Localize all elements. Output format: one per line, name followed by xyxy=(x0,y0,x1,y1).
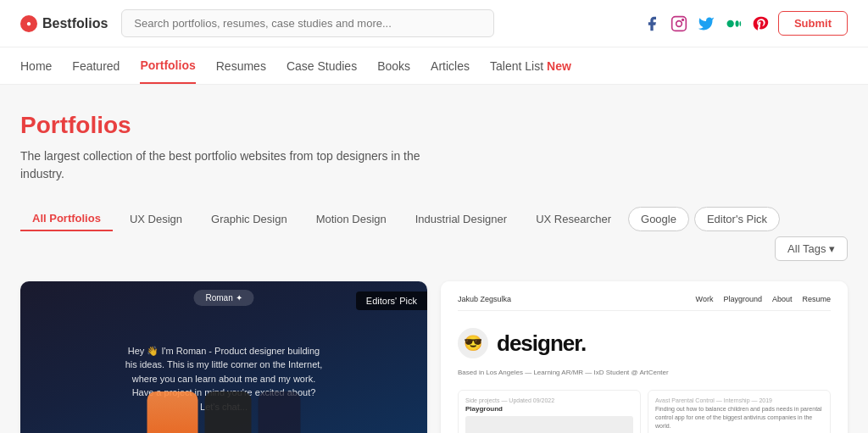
card-2-projects: Side projects — Updated 09/2022 Playgrou… xyxy=(458,390,831,433)
main-content: Portfolios The largest collection of the… xyxy=(0,85,868,433)
logo-icon: ● xyxy=(20,15,37,32)
card-1-phones xyxy=(147,391,301,433)
project-card-1: Side projects — Updated 09/2022 Playgrou… xyxy=(458,390,641,433)
filter-ux-researcher[interactable]: UX Researcher xyxy=(524,208,623,230)
logo[interactable]: ● Bestfolios xyxy=(20,15,108,32)
nav-home[interactable]: Home xyxy=(20,49,52,83)
main-nav: Home Featured Portfolios Resumes Case St… xyxy=(0,47,868,85)
card-2-nav: Jakub Zegsulka Work Playground About Res… xyxy=(458,295,831,311)
svg-rect-0 xyxy=(672,16,687,31)
phone-3 xyxy=(259,391,301,433)
card-2-nav-links: Work Playground About Resume xyxy=(696,295,831,303)
filter-all-portfolios[interactable]: All Portfolios xyxy=(20,207,113,231)
portfolio-card-2[interactable]: Jakub Zegsulka Work Playground About Res… xyxy=(441,281,848,433)
phone-1 xyxy=(147,391,198,433)
card-1-image: Roman ✦ Hey 👋 I'm Roman - Product design… xyxy=(20,281,427,433)
social-links: Submit xyxy=(643,11,848,36)
twitter-icon[interactable] xyxy=(697,14,715,33)
nav-articles[interactable]: Articles xyxy=(431,49,470,83)
card-1-nav: Roman ✦ xyxy=(193,290,253,306)
filter-editors-pick[interactable]: Editor's Pick xyxy=(694,207,780,231)
nav-books[interactable]: Books xyxy=(377,49,410,83)
nav-resumes[interactable]: Resumes xyxy=(216,49,266,83)
card-2-hero: 😎 designer. xyxy=(458,328,831,358)
medium-icon[interactable] xyxy=(724,14,743,33)
instagram-icon[interactable] xyxy=(670,14,688,33)
editors-pick-badge: Editors' Pick xyxy=(356,291,427,310)
filter-google[interactable]: Google xyxy=(628,207,689,231)
nav-featured[interactable]: Featured xyxy=(72,49,120,83)
header: ● Bestfolios Submit xyxy=(0,0,868,47)
portfolio-card-1[interactable]: Roman ✦ Hey 👋 I'm Roman - Product design… xyxy=(20,281,427,433)
designer-avatar: 😎 xyxy=(458,328,488,358)
page-title: Portfolios xyxy=(20,112,848,139)
project-thumbnail-1 xyxy=(465,416,633,433)
designer-title: designer. xyxy=(497,330,586,357)
filter-graphic-design[interactable]: Graphic Design xyxy=(199,208,299,230)
designer-subtitle: Based in Los Angeles — Learning AR/MR — … xyxy=(458,369,831,376)
nav-portfolios[interactable]: Portfolios xyxy=(140,48,195,84)
talent-list-badge: New xyxy=(547,59,571,73)
nav-case-studies[interactable]: Case Studies xyxy=(287,49,357,83)
facebook-icon[interactable] xyxy=(643,14,661,33)
logo-text: Bestfolios xyxy=(42,16,108,31)
filter-ux-design[interactable]: UX Design xyxy=(118,208,194,230)
card-2-image: Jakub Zegsulka Work Playground About Res… xyxy=(441,281,848,433)
svg-point-1 xyxy=(676,20,682,26)
phone-2 xyxy=(205,391,252,433)
filter-row: All Portfolios UX Design Graphic Design … xyxy=(20,207,848,261)
card-2-bg: Jakub Zegsulka Work Playground About Res… xyxy=(441,281,848,433)
search-bar xyxy=(121,9,494,37)
filter-motion-design[interactable]: Motion Design xyxy=(304,208,398,230)
pinterest-icon[interactable] xyxy=(751,14,770,33)
cards-grid: Roman ✦ Hey 👋 I'm Roman - Product design… xyxy=(20,281,848,433)
page-description: The largest collection of the best portf… xyxy=(20,147,444,183)
svg-point-2 xyxy=(682,19,684,20)
nav-talent-list[interactable]: Talent List New xyxy=(490,49,571,83)
all-tags-button[interactable]: All Tags ▾ xyxy=(775,236,848,261)
card-2-author: Jakub Zegsulka xyxy=(458,295,511,303)
search-input[interactable] xyxy=(121,9,494,37)
filter-industrial-designer[interactable]: Industrial Designer xyxy=(403,208,519,230)
project-card-2: Avast Parental Control — Internship — 20… xyxy=(648,390,831,433)
submit-button[interactable]: Submit xyxy=(778,11,848,36)
